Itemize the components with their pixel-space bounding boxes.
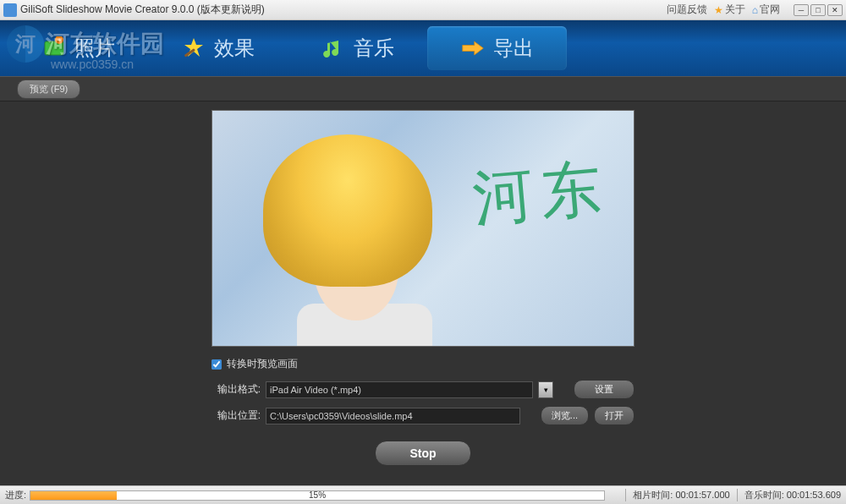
preview-image: 河东 <box>212 110 634 347</box>
titlebar: GiliSoft Slideshow Movie Creator 9.0.0 (… <box>0 0 846 20</box>
maximize-button[interactable]: □ <box>810 4 826 16</box>
photo-time-value: 00:01:57.000 <box>675 490 729 500</box>
progress-bar: 15% <box>30 490 605 501</box>
output-format-select[interactable]: iPad Air Video (*.mp4) <box>266 381 533 398</box>
app-title: GiliSoft Slideshow Movie Creator 9.0.0 (… <box>20 3 265 17</box>
tab-music[interactable]: 音乐 <box>288 26 427 70</box>
minimize-button[interactable]: ─ <box>794 4 809 16</box>
toolbar: 预览 (F9) <box>0 76 846 101</box>
preview-button[interactable]: 预览 (F9) <box>17 79 80 99</box>
effect-icon <box>182 36 206 60</box>
preview-while-converting-checkbox[interactable] <box>212 359 222 370</box>
tab-export[interactable]: 导出 <box>427 26 567 70</box>
star-icon: ★ <box>714 4 723 16</box>
music-icon <box>321 36 345 60</box>
feedback-link[interactable]: 问题反馈 <box>667 3 707 17</box>
progress-text: 15% <box>30 490 604 500</box>
checkbox-label: 转换时预览画面 <box>227 357 298 371</box>
app-icon <box>3 3 17 17</box>
about-link[interactable]: ★ 关于 <box>714 3 745 17</box>
main-panel: 河东 转换时预览画面 输出格式: iPad Air Video (*.mp4) … <box>0 101 846 485</box>
open-button[interactable]: 打开 <box>594 406 634 425</box>
browse-button[interactable]: 浏览... <box>541 406 589 425</box>
location-label: 输出位置: <box>212 408 261 423</box>
export-icon <box>461 36 485 60</box>
svg-rect-4 <box>184 48 195 57</box>
music-time-label: 音乐时间: <box>744 490 784 500</box>
format-label: 输出格式: <box>212 382 261 397</box>
handwriting-text: 河东 <box>470 147 612 240</box>
home-icon: ⌂ <box>752 4 758 16</box>
output-location-input[interactable] <box>266 408 520 425</box>
photo-time-label: 相片时间: <box>633 490 673 500</box>
statusbar: 进度: 15% 相片时间: 00:01:57.000 音乐时间: 00:01:5… <box>0 485 846 504</box>
music-time-value: 00:01:53.609 <box>787 490 841 500</box>
watermark-url: www.pc0359.cn <box>51 58 134 71</box>
photo-icon: + <box>42 36 66 60</box>
settings-button[interactable]: 设置 <box>574 380 634 399</box>
progress-label: 进度: <box>5 489 26 501</box>
official-link[interactable]: ⌂ 官网 <box>752 3 780 17</box>
format-dropdown-icon[interactable]: ▾ <box>538 381 553 398</box>
stop-button[interactable]: Stop <box>375 441 470 466</box>
tab-effect[interactable]: 效果 <box>148 26 288 70</box>
close-button[interactable]: ✕ <box>827 4 843 16</box>
svg-text:+: + <box>57 36 61 44</box>
